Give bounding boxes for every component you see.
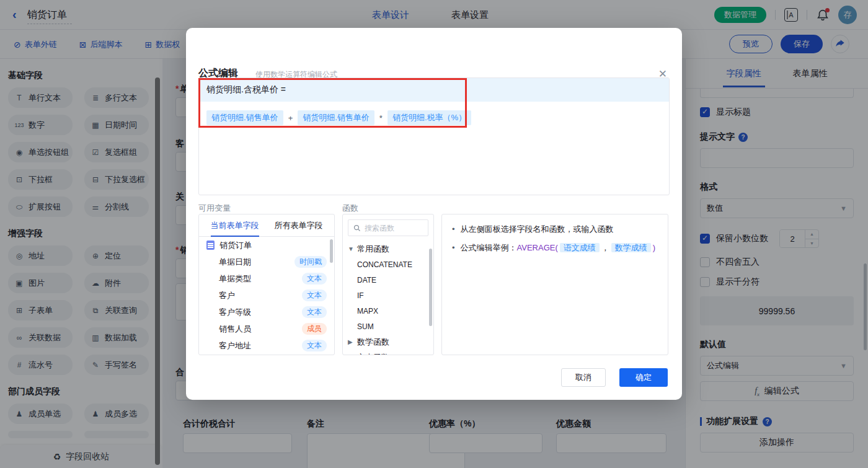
chevron-right-icon: ▶ — [348, 354, 354, 355]
example-field-chip: 语文成绩 — [560, 243, 600, 252]
example-prefix: 公式编辑举例： — [461, 243, 517, 252]
variable-name: 单据日期 — [219, 257, 251, 268]
document-icon — [206, 241, 215, 250]
type-badge: 文本 — [302, 340, 327, 351]
function-search — [348, 219, 428, 236]
help-line-2: • 公式编辑举例：AVERAGE(语文成绩，数学成绩) — [452, 242, 658, 254]
function-search-input[interactable] — [365, 224, 418, 232]
variable-row-bill-date[interactable]: 单据日期 时间戳 — [199, 254, 334, 270]
variables-panel-label: 可用变量 — [198, 203, 231, 214]
bullet-dot: • — [452, 223, 455, 236]
function-item-mapx[interactable]: MAPX — [343, 303, 433, 319]
function-group-label: 数学函数 — [357, 337, 389, 348]
example-comma: ， — [601, 243, 609, 252]
function-item-concatenate[interactable]: CONCATENATE — [343, 257, 433, 272]
multiply-operator: * — [379, 113, 383, 123]
variable-row-customer-level[interactable]: 客户等级 文本 — [199, 304, 334, 320]
example-fn-open: AVERAGE( — [517, 243, 558, 252]
tab-all-form-fields[interactable]: 所有表单字段 — [275, 214, 323, 237]
type-badge: 文本 — [302, 289, 327, 301]
dialog-footer: 取消 确定 — [186, 368, 682, 387]
formula-editor[interactable]: 销货明细.含税单价 = 销货明细.销售单价 + 销货明细.销售单价 * 销货明细… — [198, 77, 670, 195]
variable-name: 客户等级 — [219, 307, 251, 318]
formula-target-bar: 销货明细.含税单价 = — [199, 78, 669, 102]
formula-field-chip[interactable]: 销货明细.销售单价 — [298, 110, 374, 125]
function-group-text[interactable]: ▶ 文本函数 — [343, 350, 433, 355]
variables-panel: 当前表单字段 所有表单字段 销货订单 单据日期 时间戳 单据类型 文本 客户 文… — [198, 214, 335, 355]
functions-panel-label: 函数 — [342, 203, 358, 214]
function-group-label: 常用函数 — [357, 244, 389, 255]
function-item-sum[interactable]: SUM — [343, 319, 433, 334]
function-group-common[interactable]: ▼ 常用函数 — [343, 241, 433, 257]
type-badge: 成员 — [302, 323, 327, 335]
variable-row-customer-address[interactable]: 客户地址 文本 — [199, 337, 334, 354]
confirm-button[interactable]: 确定 — [619, 368, 668, 387]
example-fn-close: ) — [653, 243, 655, 252]
example-field-chip: 数学成绩 — [611, 243, 651, 252]
formula-field-chip[interactable]: 销货明细.销售单价 — [206, 110, 283, 125]
cancel-button[interactable]: 取消 — [561, 368, 606, 387]
tab-current-form-fields[interactable]: 当前表单字段 — [211, 214, 259, 237]
chevron-right-icon: ▶ — [348, 338, 354, 345]
variable-row-customer[interactable]: 客户 文本 — [199, 287, 334, 304]
bullet-dot: • — [452, 242, 455, 254]
functions-panel: ▼ 常用函数 CONCATENATE DATE IF MAPX SUM ▶ 数学… — [342, 214, 434, 355]
variable-row-bill-type[interactable]: 单据类型 文本 — [199, 270, 334, 287]
help-line-1: • 从左侧面板选择字段名和函数，或输入函数 — [452, 223, 658, 236]
functions-scrollbar[interactable] — [429, 249, 432, 326]
plus-operator: + — [288, 113, 293, 123]
function-group-label: 文本函数 — [357, 352, 389, 356]
formula-field-chip[interactable]: 销货明细.税率（%） — [388, 110, 471, 125]
chevron-down-icon: ▼ — [348, 245, 354, 252]
formula-edit-dialog: 公式编辑 使用数学运算符编辑公式 ✕ 销货明细.含税单价 = 销货明细.销售单价… — [186, 28, 682, 400]
function-item-date[interactable]: DATE — [343, 272, 433, 288]
type-badge: 文本 — [302, 273, 327, 285]
tree-root-row[interactable]: 销货订单 — [199, 237, 334, 254]
search-icon — [353, 224, 361, 232]
tree-root-label: 销货订单 — [219, 240, 252, 251]
variables-scrollbar[interactable] — [330, 239, 333, 263]
type-badge: 时间戳 — [294, 256, 327, 268]
type-badge: 文本 — [302, 306, 327, 318]
help-panel: • 从左侧面板选择字段名和函数，或输入函数 • 公式编辑举例：AVERAGE(语… — [441, 214, 668, 355]
variable-row-salesperson[interactable]: 销售人员 成员 — [199, 320, 334, 337]
help-example: 公式编辑举例：AVERAGE(语文成绩，数学成绩) — [461, 242, 656, 254]
app-root: ‹ 销货订单 表单设计 表单设置 数据管理 A 存 ⊘ 表单外链 ⊠ — [0, 0, 868, 468]
variable-name: 客户 — [219, 290, 235, 301]
formula-expression[interactable]: 销货明细.销售单价 + 销货明细.销售单价 * 销货明细.税率（%） — [199, 102, 669, 134]
variables-tabs: 当前表单字段 所有表单字段 — [199, 214, 334, 237]
help-text: 从左侧面板选择字段名和函数，或输入函数 — [461, 223, 614, 236]
variable-name: 客户地址 — [219, 340, 251, 351]
variable-name: 销售人员 — [219, 324, 251, 335]
function-item-if[interactable]: IF — [343, 288, 433, 303]
function-group-math[interactable]: ▶ 数学函数 — [343, 334, 433, 350]
variable-name: 单据类型 — [219, 273, 251, 285]
